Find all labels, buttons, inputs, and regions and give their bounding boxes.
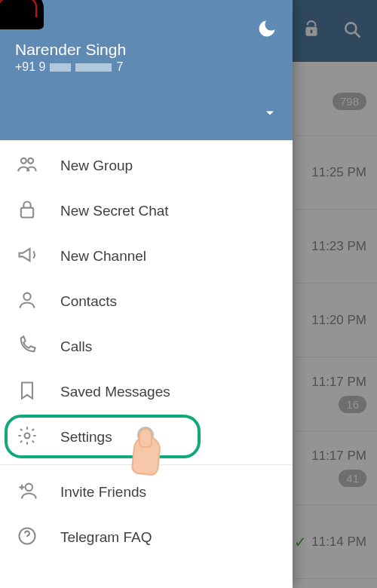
lock-icon [17, 199, 38, 223]
person-add-icon [17, 480, 38, 504]
menu-label: Invite Friends [60, 484, 146, 501]
navigation-drawer: Narender Singh +91 9 7 New Group New Sec… [0, 0, 293, 588]
menu-label: Telegram FAQ [60, 529, 152, 546]
menu-label: New Secret Chat [60, 203, 169, 219]
menu-contacts[interactable]: Contacts [0, 279, 293, 324]
svg-rect-6 [21, 208, 33, 218]
avatar[interactable] [15, 11, 20, 24]
group-icon [17, 154, 38, 178]
redaction-block [75, 63, 112, 72]
svg-point-5 [28, 158, 33, 164]
user-name: Narender Singh [15, 41, 277, 59]
user-phone: +91 9 7 [15, 60, 277, 74]
menu-new-group[interactable]: New Group [0, 143, 293, 188]
phone-icon [17, 335, 38, 359]
menu-invite-friends[interactable]: Invite Friends [0, 470, 293, 515]
drawer-menu: New Group New Secret Chat New Channel Co… [0, 140, 293, 588]
menu-new-channel[interactable]: New Channel [0, 234, 293, 279]
menu-label: Calls [60, 338, 92, 355]
svg-point-7 [23, 293, 30, 300]
person-icon [17, 289, 38, 314]
gear-icon [17, 425, 38, 449]
menu-calls[interactable]: Calls [0, 324, 293, 369]
svg-point-8 [25, 433, 30, 439]
menu-label: Contacts [60, 293, 117, 310]
help-icon [17, 525, 38, 550]
svg-point-4 [21, 158, 26, 164]
bookmark-icon [17, 380, 38, 404]
menu-label: Settings [60, 429, 112, 446]
menu-label: Saved Messages [60, 384, 170, 400]
app-root: o…798g11:25 PM11:23 PMate? N…11:20 PMra…… [0, 0, 377, 588]
account-expand-icon[interactable] [262, 106, 277, 124]
redaction-block [50, 63, 71, 72]
night-mode-icon[interactable] [256, 18, 277, 42]
menu-new-secret-chat[interactable]: New Secret Chat [0, 188, 293, 234]
menu-label: New Group [60, 158, 133, 174]
drawer-header: Narender Singh +91 9 7 [0, 0, 293, 140]
menu-telegram-faq[interactable]: Telegram FAQ [0, 515, 293, 560]
svg-point-9 [26, 484, 32, 491]
menu-settings[interactable]: Settings [0, 415, 293, 460]
megaphone-icon [17, 244, 38, 268]
menu-divider [0, 464, 293, 465]
menu-saved-messages[interactable]: Saved Messages [0, 369, 293, 415]
menu-label: New Channel [60, 248, 146, 265]
